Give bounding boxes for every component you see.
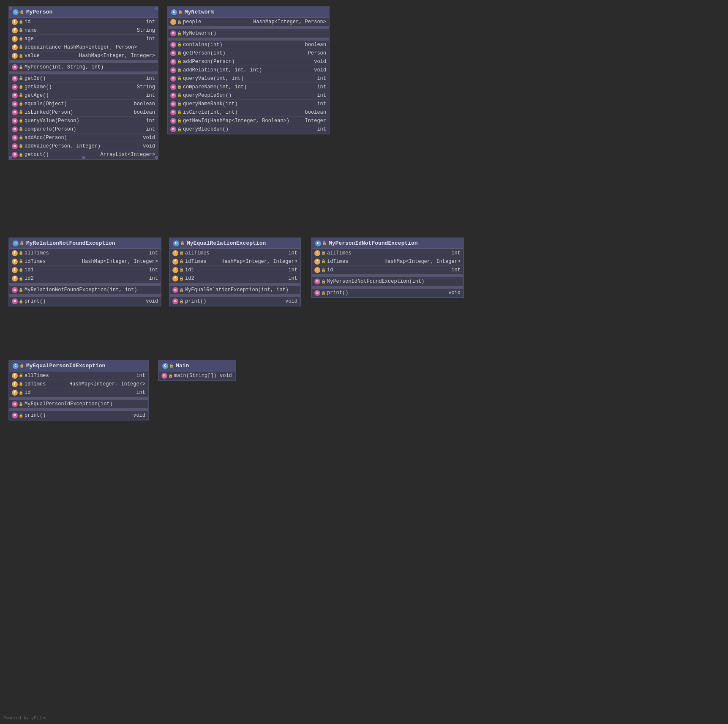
methods-section: m🔒 print() void xyxy=(9,411,148,420)
class-header: C 🔒 MyPersonIdNotFoundException xyxy=(312,238,463,249)
class-title: Main xyxy=(176,363,189,369)
field-row: f🔒 allTimes int xyxy=(9,372,148,380)
method-row: m🔒 print() void xyxy=(9,411,148,420)
field-row: f🔒 id2 int xyxy=(170,274,300,283)
method-row: m🔒 compareName(int, int) int xyxy=(168,83,329,91)
method-row: m🔒 addValue(Person, Integer) void xyxy=(9,142,158,150)
diagram-canvas: C 🔒 MyPerson f🔒 id int f🔒 name String f🔒… xyxy=(0,0,728,724)
constructors-section: m🔒 MyEqualPersonIdException(int) xyxy=(9,399,148,408)
method-row: m🔒 print() void xyxy=(170,297,300,306)
lock-icon: 🔒 xyxy=(19,10,24,14)
constructors-section: m🔒 MyNetwork() xyxy=(168,29,329,38)
class-title: MyRelationNotFoundException xyxy=(26,240,115,246)
resize-b[interactable] xyxy=(82,156,85,159)
constructors-section: m🔒 MyRelationNotFoundException(int, int) xyxy=(9,285,161,294)
class-title: MyPersonIdNotFoundException xyxy=(329,240,418,246)
field-row: f🔒 value HashMap<Integer, Integer> xyxy=(9,52,158,60)
field-row: f🔒 acquaintance HashMap<Integer, Person> xyxy=(9,43,158,52)
method-row: m🔒 addPerson(Person) void xyxy=(168,57,329,66)
method-row: m🔒 equals(Object) boolean xyxy=(9,100,158,108)
method-row: m🔒 getName() String xyxy=(9,83,158,91)
methods-section: m🔒 print() void xyxy=(312,288,463,297)
method-row: m🔒 getId() int xyxy=(9,74,158,83)
constructors-section: m🔒 MyPerson(int, String, int) xyxy=(9,63,158,71)
field-row: f🔒 idTimes HashMap<Integer, Integer> xyxy=(9,380,148,388)
method-row: m🔒 isLinked(Person) boolean xyxy=(9,108,158,117)
constructor-row: m🔒 MyNetwork() xyxy=(168,29,329,38)
constructors-section: m🔒 MyPersonIdNotFoundException(int) xyxy=(312,277,463,286)
fields-section: f🔒 allTimes int f🔒 idTimes HashMap<Integ… xyxy=(9,371,148,397)
fields-section: f🔒 allTimes int f🔒 idTimes HashMap<Integ… xyxy=(9,249,161,283)
class-header-myperson: C 🔒 MyPerson xyxy=(9,7,158,17)
method-row: m🔒 queryValue(Person) int xyxy=(9,117,158,125)
field-icon: f xyxy=(12,19,18,25)
field-row: f🔒 id2 int xyxy=(9,274,161,283)
constructor-row: m🔒 MyPerson(int, String, int) xyxy=(9,63,158,71)
field-row: f🔒 age int xyxy=(9,35,158,43)
method-row: m🔒 queryValue(int, int) int xyxy=(168,74,329,83)
resize-bl[interactable] xyxy=(9,156,12,159)
fields-section: f🔒 people HashMap<Integer, Person> xyxy=(168,17,329,26)
class-box-mypersonidnotfound[interactable]: C 🔒 MyPersonIdNotFoundException f🔒 allTi… xyxy=(311,238,464,298)
field-row: f🔒 allTimes int xyxy=(170,249,300,257)
constructor-row: m🔒 MyPersonIdNotFoundException(int) xyxy=(312,277,463,286)
resize-tr[interactable] xyxy=(155,7,158,10)
methods-section: m🔒 contains(int) boolean m🔒 getPerson(in… xyxy=(168,40,329,134)
fields-section: f🔒 allTimes int f🔒 idTimes HashMap<Integ… xyxy=(312,249,463,274)
fields-section: f🔒 id int f🔒 name String f🔒 age int f🔒 a… xyxy=(9,17,158,60)
field-row: f🔒 idTimes HashMap<Integer, Integer> xyxy=(9,257,161,266)
method-row: m🔒 getPerson(int) Person xyxy=(168,49,329,57)
class-box-mynetwork[interactable]: C 🔒 MyNetwork f🔒 people HashMap<Integer,… xyxy=(167,6,330,134)
method-row: m🔒 queryNameRank(int) int xyxy=(168,100,329,108)
method-row: m🔒 addRelation(int, int, int) void xyxy=(168,66,329,74)
class-header-mynetwork: C 🔒 MyNetwork xyxy=(168,7,329,17)
method-row: m🔒 contains(int) boolean xyxy=(168,41,329,49)
method-row: m🔒 getAge() int xyxy=(9,91,158,100)
field-row: f🔒 id int xyxy=(9,388,148,397)
class-title: MyPerson xyxy=(26,9,52,15)
method-row: m🔒 getNewId(HashMap<Integer, Boolean>) I… xyxy=(168,117,329,125)
method-row: m🔒 main(String[]) void xyxy=(159,372,235,380)
method-row: m🔒 isCircle(int, int) boolean xyxy=(168,108,329,117)
constructors-section: m🔒 MyEqualRelationException(int, int) xyxy=(170,285,300,294)
field-row: f🔒 id1 int xyxy=(170,266,300,274)
resize-br[interactable] xyxy=(155,156,158,159)
fields-section: f🔒 allTimes int f🔒 idTimes HashMap<Integ… xyxy=(170,249,300,283)
header-icons: C 🔒 xyxy=(13,9,24,15)
class-box-myequalpersonid[interactable]: C 🔒 MyEqualPersonIdException f🔒 allTimes… xyxy=(8,360,149,421)
field-row: f🔒 name String xyxy=(9,26,158,35)
constructor-row: m🔒 MyEqualRelationException(int, int) xyxy=(170,286,300,294)
method-row: m🔒 compareTo(Person) int xyxy=(9,125,158,134)
method-row: m🔒 queryBlockSum() int xyxy=(168,125,329,134)
method-row: m🔒 print() void xyxy=(312,289,463,297)
method-row: m🔒 queryPeopleSum() int xyxy=(168,91,329,100)
method-row: m🔒 addAcq(Person) void xyxy=(9,134,158,142)
class-box-myperson[interactable]: C 🔒 MyPerson f🔒 id int f🔒 name String f🔒… xyxy=(8,6,158,160)
class-header: C 🔒 MyEqualRelationException xyxy=(170,238,300,249)
field-row: f🔒 id int xyxy=(312,266,463,274)
field-row: f🔒 idTimes HashMap<Integer, Integer> xyxy=(170,257,300,266)
class-box-myequalrelation[interactable]: C 🔒 MyEqualRelationException f🔒 allTimes… xyxy=(169,238,301,306)
constructor-row: m🔒 MyEqualPersonIdException(int) xyxy=(9,400,148,408)
class-title: MyEqualRelationException xyxy=(187,240,266,246)
class-title: MyEqualPersonIdException xyxy=(26,363,105,369)
watermark: Powered by yFiles xyxy=(3,716,46,721)
class-title: MyNetwork xyxy=(185,9,214,15)
methods-section: m🔒 main(String[]) void xyxy=(159,371,235,380)
class-icon: C xyxy=(13,9,19,15)
field-row: f🔒 id1 int xyxy=(9,266,161,274)
class-header-main: C 🔒 Main xyxy=(159,361,235,371)
field-row: f🔒 id int xyxy=(9,18,158,26)
field-row: f🔒 allTimes int xyxy=(312,249,463,257)
methods-section: m🔒 print() void xyxy=(170,297,300,306)
resize-tl[interactable] xyxy=(9,7,12,10)
constructor-row: m🔒 MyRelationNotFoundException(int, int) xyxy=(9,286,161,294)
field-row: f🔒 people HashMap<Integer, Person> xyxy=(168,18,329,26)
class-box-main[interactable]: C 🔒 Main m🔒 main(String[]) void xyxy=(158,360,236,381)
methods-section: m🔒 getId() int m🔒 getName() String m🔒 ge… xyxy=(9,74,158,159)
method-row: m🔒 print() void xyxy=(9,297,161,306)
field-row: f🔒 idTimes HashMap<Integer, Integer> xyxy=(312,257,463,266)
methods-section: m🔒 print() void xyxy=(9,297,161,306)
field-row: f🔒 allTimes int xyxy=(9,249,161,257)
class-box-myrelationnotfound[interactable]: C 🔒 MyRelationNotFoundException f🔒 allTi… xyxy=(8,238,161,306)
